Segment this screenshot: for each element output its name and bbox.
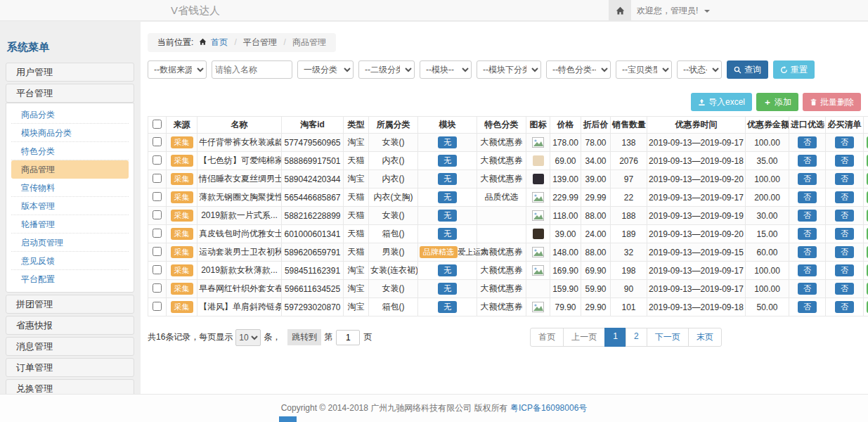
import-pick-badge[interactable]: 否 (798, 210, 817, 221)
page-jump-input[interactable] (336, 330, 360, 345)
pager-item-2[interactable]: 2 (626, 328, 647, 347)
price-cell: 139.00 (550, 170, 581, 188)
select-all-checkbox[interactable] (153, 120, 162, 129)
type-cell: 淘宝 (344, 170, 369, 188)
name-cell: 【港风】单肩斜跨链条... (197, 298, 282, 316)
sidebar-item-平台配置[interactable]: 平台配置 (11, 270, 129, 288)
filter-select-特色分类[interactable]: --特色分类-- (546, 60, 611, 79)
must-buy-badge[interactable]: 否 (835, 228, 854, 239)
import-excel-button[interactable]: 导入excel (691, 93, 752, 111)
breadcrumb-home-link[interactable]: 首页 (211, 37, 228, 47)
sidebar-item-轮播管理[interactable]: 轮播管理 (11, 215, 129, 234)
source-cell: 采集 (167, 152, 197, 170)
filter-select-一级分类[interactable]: 一级分类 (297, 60, 354, 79)
must-buy-badge[interactable]: 否 (835, 136, 854, 148)
import-pick-badge[interactable]: 否 (798, 264, 817, 276)
must-buy-cell: 否 (826, 207, 864, 225)
column-header-状态: 状态 (864, 117, 868, 134)
sidebar-item-商品管理[interactable]: 商品管理 (11, 160, 129, 179)
must-buy-badge[interactable]: 否 (835, 301, 854, 312)
row-checkbox[interactable] (153, 247, 162, 256)
import-pick-cell: 否 (789, 134, 826, 152)
import-pick-badge[interactable]: 否 (798, 173, 817, 184)
import-pick-badge[interactable]: 否 (798, 191, 817, 203)
must-buy-badge[interactable]: 否 (835, 191, 854, 203)
must-buy-badge[interactable]: 否 (835, 210, 854, 221)
row-checkbox[interactable] (153, 155, 162, 165)
row-checkbox[interactable] (153, 137, 162, 146)
product-thumbnail (533, 155, 544, 166)
import-pick-badge[interactable]: 否 (798, 301, 817, 312)
import-pick-badge[interactable]: 否 (798, 228, 817, 239)
row-checkbox[interactable] (153, 283, 162, 293)
per-page-select[interactable]: 10 (235, 329, 261, 346)
row-checkbox[interactable] (153, 265, 162, 274)
sidebar-item-特色分类[interactable]: 特色分类 (11, 142, 129, 160)
pager-item-末页[interactable]: 末页 (688, 328, 722, 347)
feature-cell: 大额优惠券 (477, 243, 526, 262)
table-row: 采集真皮钱包时尚优雅女士...601000601341天猫箱包()无39.002… (148, 225, 868, 243)
import-pick-badge[interactable]: 否 (798, 155, 817, 166)
user-menu[interactable]: 欢迎您，管理员! (637, 0, 710, 21)
sidebar-item-启动页管理[interactable]: 启动页管理 (11, 234, 129, 252)
module-cell: 品牌精选爱上运动 (418, 243, 477, 262)
price-cell: 159.90 (550, 280, 581, 298)
plus-icon: ＋ (763, 96, 772, 108)
sidebar-item-意见反馈[interactable]: 意见反馈 (11, 252, 129, 270)
import-pick-badge[interactable]: 否 (798, 136, 817, 148)
import-pick-badge[interactable]: 否 (798, 246, 817, 257)
icp-link[interactable]: 粤ICP备16098006号 (510, 403, 587, 413)
sidebar-group-拼团管理[interactable]: 拼团管理 (6, 295, 134, 314)
must-buy-badge[interactable]: 否 (835, 246, 854, 257)
must-buy-badge[interactable]: 否 (835, 283, 854, 294)
sidebar-item-版本管理[interactable]: 版本管理 (11, 197, 129, 215)
import-pick-cell: 否 (789, 170, 826, 188)
sidebar-group-省惠快报[interactable]: 省惠快报 (6, 316, 134, 335)
filter-select-模块下分类[interactable]: --模块下分类-- (477, 60, 541, 79)
sidebar-group-订单管理[interactable]: 订单管理 (6, 358, 134, 377)
filter-select-宝贝类型[interactable]: --宝贝类型-- (616, 60, 672, 79)
sidebar-item-模块商品分类[interactable]: 模块商品分类 (11, 124, 129, 142)
sidebar-item-商品分类[interactable]: 商品分类 (11, 106, 129, 124)
jump-pre: 第 (324, 331, 332, 343)
row-checkbox[interactable] (153, 302, 162, 311)
search-button[interactable]: 查询 (727, 60, 768, 79)
row-checkbox[interactable] (153, 210, 162, 219)
filter-select-数据来源[interactable]: --数据来源-- (148, 60, 207, 79)
home-button[interactable] (609, 0, 631, 21)
feature-cell: 品质优选 (477, 188, 526, 207)
import-pick-badge[interactable]: 否 (798, 283, 817, 294)
must-buy-badge[interactable]: 否 (835, 173, 854, 184)
home-icon (199, 38, 207, 46)
table-row: 采集2019新款一片式系...588216228899天猫女装()无118.00… (148, 207, 868, 225)
must-buy-badge[interactable]: 否 (835, 155, 854, 166)
sidebar-item-宣传物料[interactable]: 宣传物料 (11, 179, 129, 197)
sidebar-group-用户管理[interactable]: 用户管理 (6, 63, 134, 82)
module-none-badge: 无 (438, 191, 457, 203)
pager-item-上一页[interactable]: 上一页 (563, 328, 605, 347)
batch-delete-button[interactable]: 批量删除 (803, 93, 861, 111)
filter-select-二级分类[interactable]: --二级分类-- (358, 60, 415, 79)
discount-price-cell: 34.00 (581, 152, 611, 170)
row-checkbox[interactable] (153, 229, 162, 238)
pager-item-1[interactable]: 1 (604, 328, 626, 347)
row-checkbox[interactable] (153, 174, 162, 183)
sidebar-group-平台管理[interactable]: 平台管理 (6, 84, 134, 103)
sidebar-group-消息管理[interactable]: 消息管理 (6, 337, 134, 356)
pager-item-下一页[interactable]: 下一页 (647, 328, 689, 347)
add-button[interactable]: ＋ 添加 (756, 93, 798, 111)
copyright-text: Copyright © 2014-2018 广州九驰网络科技有限公司 版权所有 (281, 403, 508, 413)
reset-button[interactable]: 重置 (773, 60, 815, 79)
name-search-input[interactable] (212, 60, 292, 79)
pager-item-首页[interactable]: 首页 (530, 328, 564, 347)
must-buy-badge[interactable]: 否 (835, 264, 854, 276)
column-header-进口优选: 进口优选 (789, 117, 826, 134)
row-checkbox[interactable] (153, 192, 162, 201)
discount-price-cell: 88.00 (581, 207, 611, 225)
filter-select-状态[interactable]: --状态-- (677, 60, 722, 79)
trash-icon (810, 98, 817, 106)
price-cell: 148.00 (550, 243, 581, 262)
filter-select-模块[interactable]: --模块-- (420, 60, 472, 79)
type-cell: 天猫 (344, 152, 369, 170)
bottom-artifact (279, 416, 297, 422)
